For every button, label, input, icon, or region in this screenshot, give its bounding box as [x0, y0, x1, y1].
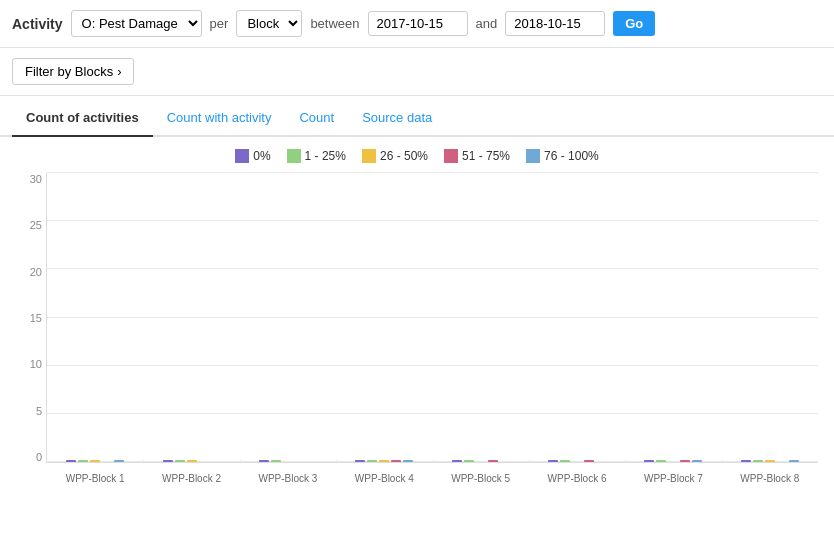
- legend-item-label: 0%: [253, 149, 270, 163]
- date-to-input[interactable]: [505, 11, 605, 36]
- block-x-label: WPP-Block 4: [355, 473, 414, 484]
- block-x-label: WPP-Block 3: [258, 473, 317, 484]
- bar: [271, 460, 281, 462]
- bar: [66, 460, 76, 462]
- legend-color-swatch: [287, 149, 301, 163]
- legend-item: 51 - 75%: [444, 149, 510, 163]
- bar: [644, 460, 654, 462]
- legend-item-label: 51 - 75%: [462, 149, 510, 163]
- bar: [560, 460, 570, 462]
- tab-source-data[interactable]: Source data: [348, 100, 446, 137]
- grid-line: [47, 220, 818, 221]
- bar: [680, 460, 690, 462]
- bar: [548, 460, 558, 462]
- bar: [765, 460, 775, 462]
- bar: [391, 460, 401, 462]
- y-axis: 051015202530: [16, 173, 46, 463]
- bar: [90, 460, 100, 462]
- toolbar: Activity O: Pest Damage per Block betwee…: [0, 0, 834, 48]
- block-group: WPP-Block 7: [625, 460, 721, 462]
- filter-by-blocks-button[interactable]: Filter by Blocks ›: [12, 58, 134, 85]
- grid-lines: [47, 173, 818, 462]
- y-axis-label: 5: [16, 405, 46, 417]
- block-group: WPP-Block 5: [433, 460, 529, 462]
- legend-item: 76 - 100%: [526, 149, 599, 163]
- go-button[interactable]: Go: [613, 11, 655, 36]
- tab-count[interactable]: Count: [285, 100, 348, 137]
- filter-label: Filter by Blocks: [25, 64, 113, 79]
- block-x-label: WPP-Block 6: [548, 473, 607, 484]
- legend-color-swatch: [444, 149, 458, 163]
- grid-line: [47, 413, 818, 414]
- block-group: WPP-Block 6: [529, 460, 625, 462]
- legend-color-swatch: [235, 149, 249, 163]
- bar: [656, 460, 666, 462]
- block-group: WPP-Block 3: [240, 460, 336, 462]
- bar: [403, 460, 413, 462]
- grid-line: [47, 172, 818, 173]
- legend-item: 0%: [235, 149, 270, 163]
- tab-count-with-activity[interactable]: Count with activity: [153, 100, 286, 137]
- bar: [741, 460, 751, 462]
- bar: [584, 460, 594, 462]
- bar: [187, 460, 197, 462]
- between-label: between: [310, 16, 359, 31]
- bar: [367, 460, 377, 462]
- legend-color-swatch: [362, 149, 376, 163]
- per-label: per: [210, 16, 229, 31]
- and-label: and: [476, 16, 498, 31]
- y-axis-label: 10: [16, 358, 46, 370]
- activity-label: Activity: [12, 16, 63, 32]
- block-group: WPP-Block 4: [336, 460, 432, 462]
- legend-item: 26 - 50%: [362, 149, 428, 163]
- block-select[interactable]: Block: [236, 10, 302, 37]
- legend-item-label: 26 - 50%: [380, 149, 428, 163]
- block-x-label: WPP-Block 2: [162, 473, 221, 484]
- legend-item-label: 1 - 25%: [305, 149, 346, 163]
- y-axis-label: 30: [16, 173, 46, 185]
- grid-line: [47, 268, 818, 269]
- bar: [259, 460, 269, 462]
- bar: [452, 460, 462, 462]
- chart-container: 051015202530 WPP-Block 1WPP-Block 2WPP-B…: [16, 173, 818, 493]
- bar: [163, 460, 173, 462]
- y-axis-label: 15: [16, 312, 46, 324]
- block-group: WPP-Block 8: [722, 460, 818, 462]
- y-axis-label: 25: [16, 219, 46, 231]
- tabs: Count of activities Count with activity …: [0, 100, 834, 137]
- legend-color-swatch: [526, 149, 540, 163]
- block-x-label: WPP-Block 5: [451, 473, 510, 484]
- bar: [789, 460, 799, 462]
- bar: [114, 460, 124, 462]
- chart-inner: WPP-Block 1WPP-Block 2WPP-Block 3WPP-Blo…: [46, 173, 818, 463]
- activity-select[interactable]: O: Pest Damage: [71, 10, 202, 37]
- block-x-label: WPP-Block 1: [66, 473, 125, 484]
- chart-legend: 0%1 - 25%26 - 50%51 - 75%76 - 100%: [16, 149, 818, 163]
- bar: [692, 460, 702, 462]
- legend-item: 1 - 25%: [287, 149, 346, 163]
- grid-line: [47, 317, 818, 318]
- y-axis-label: 20: [16, 266, 46, 278]
- bar: [78, 460, 88, 462]
- date-from-input[interactable]: [368, 11, 468, 36]
- y-axis-label: 0: [16, 451, 46, 463]
- bar: [464, 460, 474, 462]
- bar: [379, 460, 389, 462]
- block-x-label: WPP-Block 8: [740, 473, 799, 484]
- bar: [488, 460, 498, 462]
- filter-bar: Filter by Blocks ›: [0, 48, 834, 96]
- bar: [175, 460, 185, 462]
- block-group: WPP-Block 1: [47, 460, 143, 462]
- bar: [355, 460, 365, 462]
- tab-count-of-activities[interactable]: Count of activities: [12, 100, 153, 137]
- filter-arrow-icon: ›: [117, 64, 121, 79]
- legend-item-label: 76 - 100%: [544, 149, 599, 163]
- grid-line: [47, 365, 818, 366]
- chart-area: 0%1 - 25%26 - 50%51 - 75%76 - 100% 05101…: [0, 137, 834, 523]
- block-group: WPP-Block 2: [143, 460, 239, 462]
- bar: [753, 460, 763, 462]
- block-x-label: WPP-Block 7: [644, 473, 703, 484]
